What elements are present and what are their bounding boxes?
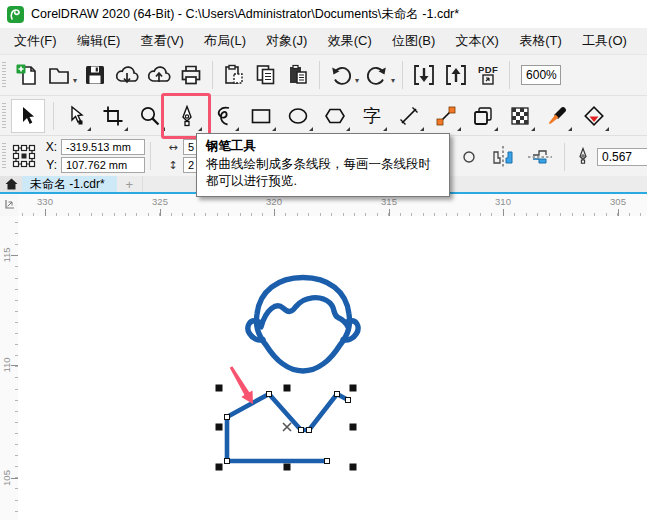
tooltip-body: 将曲线绘制成多条线段，每画一条线段时都可以进行预览. (206, 156, 440, 190)
polygon-tool[interactable] (318, 99, 352, 133)
toolbar-grip[interactable] (2, 62, 6, 88)
toolbar-separator (212, 61, 213, 89)
propbar-grip[interactable] (2, 143, 6, 169)
smart-fill-tool[interactable] (577, 99, 611, 133)
menu-text[interactable]: 文本(X) (450, 29, 505, 53)
vertical-ruler[interactable]: 115 110 105 (0, 216, 18, 520)
new-tab-button[interactable]: + (117, 176, 143, 192)
home-icon[interactable] (0, 176, 22, 192)
mirror-horizontal-button[interactable] (490, 144, 516, 170)
toolbox-grip[interactable] (2, 103, 6, 129)
object-position-icon (11, 143, 37, 169)
tooltip-title: 钢笔工具 (206, 138, 440, 155)
outline-pen-icon (575, 147, 591, 167)
outline-width-field[interactable]: 0.567 (597, 148, 647, 166)
pen-tool-tooltip: 钢笔工具 将曲线绘制成多条线段，每画一条线段时都可以进行预览. (196, 133, 450, 197)
export-button[interactable] (440, 59, 472, 91)
menu-tools[interactable]: 工具(O) (576, 29, 633, 53)
redo-button[interactable] (361, 59, 393, 91)
menu-effects[interactable]: 效果(C) (322, 29, 378, 53)
bspline-tool[interactable] (207, 99, 241, 133)
zoom-level-field[interactable]: 600% (521, 65, 561, 85)
coreldraw-window: CorelDRAW 2020 (64-Bit) - C:\Users\Admin… (0, 0, 647, 520)
ruler-label: 320 (259, 196, 289, 207)
text-tool[interactable]: 字 (355, 99, 389, 133)
open-button[interactable] (43, 59, 75, 91)
ruler-label: 315 (374, 196, 404, 207)
horizontal-ruler[interactable]: 330 325 320 315 310 305 (18, 194, 647, 216)
paste-button[interactable] (282, 59, 314, 91)
y-position-label: Y: (41, 158, 57, 172)
standard-toolbar: ▾ (0, 55, 647, 95)
x-position-field[interactable]: -319.513 mm (61, 139, 145, 155)
shape-tool[interactable] (59, 99, 93, 133)
y-position-field[interactable]: 107.762 mm (61, 157, 145, 173)
ruler-label: 310 (488, 196, 518, 207)
ellipse-tool[interactable] (281, 99, 315, 133)
ruler-label: 305 (603, 196, 633, 207)
x-position-label: X: (41, 140, 57, 154)
rectangle-tool[interactable] (244, 99, 278, 133)
undo-button[interactable] (325, 59, 357, 91)
new-document-button[interactable] (11, 59, 43, 91)
menu-table[interactable]: 表格(T) (513, 29, 568, 53)
mirror-vertical-button[interactable] (526, 144, 554, 170)
eyedropper-tool[interactable] (540, 99, 574, 133)
rotation-angle-icon (462, 150, 476, 164)
publish-pdf-button[interactable]: PDF (472, 59, 504, 91)
cloud-download-icon[interactable] (111, 59, 143, 91)
cloud-upload-icon[interactable] (143, 59, 175, 91)
menu-bitmaps[interactable]: 位图(B) (386, 29, 441, 53)
contour-tool[interactable] (466, 99, 500, 133)
object-height-icon: ↕ (166, 159, 180, 172)
title-bar: CorelDRAW 2020 (64-Bit) - C:\Users\Admin… (0, 0, 647, 28)
pen-tool[interactable] (170, 99, 204, 133)
toolbar-separator (402, 61, 403, 89)
toolbox-separator (53, 102, 54, 130)
menu-object[interactable]: 对象(J) (260, 29, 313, 53)
pattern-fill-tool[interactable] (503, 99, 537, 133)
import-button[interactable] (408, 59, 440, 91)
toolbar-separator (319, 61, 320, 89)
pick-tool[interactable] (11, 99, 45, 133)
propbar-separator (150, 142, 151, 170)
drawing-canvas[interactable] (18, 216, 647, 520)
object-width-icon: ↔ (166, 141, 180, 154)
print-button[interactable] (175, 59, 207, 91)
zoom-tool[interactable] (133, 99, 167, 133)
menu-bar: 文件(F) 编辑(E) 查看(V) 布局(L) 对象(J) 效果(C) 位图(B… (0, 28, 647, 55)
menu-edit[interactable]: 编辑(E) (71, 29, 126, 53)
dimension-tool[interactable] (392, 99, 426, 133)
menu-file[interactable]: 文件(F) (8, 29, 63, 53)
menu-layout[interactable]: 布局(L) (198, 29, 252, 53)
window-title: CorelDRAW 2020 (64-Bit) - C:\Users\Admin… (31, 6, 459, 23)
paste-special-button[interactable] (218, 59, 250, 91)
propbar-separator (564, 143, 565, 171)
save-button[interactable] (79, 59, 111, 91)
ruler-origin-button[interactable] (0, 194, 18, 216)
copy-button[interactable] (250, 59, 282, 91)
connector-tool[interactable] (429, 99, 463, 133)
crop-tool[interactable] (96, 99, 130, 133)
toolbar-separator (509, 61, 510, 89)
menu-view[interactable]: 查看(V) (134, 29, 189, 53)
tab-untitled-document[interactable]: 未命名 -1.cdr* (22, 176, 117, 192)
ruler-label: 330 (30, 196, 60, 207)
ruler-label: 325 (145, 196, 175, 207)
pdf-label: PDF (478, 65, 498, 75)
coreldraw-logo-icon (7, 6, 24, 23)
toolbox: 字 (0, 95, 647, 135)
